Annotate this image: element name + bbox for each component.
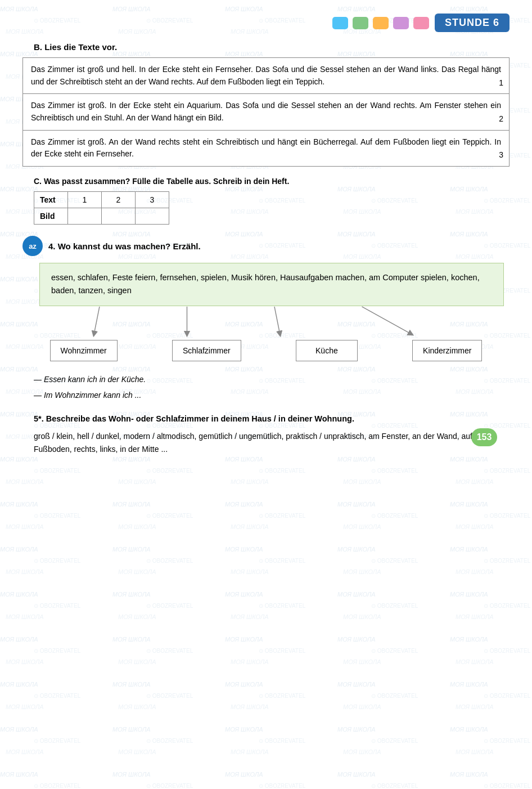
vocab-green-box: essen, schlafen, Feste feiern, fernsehen…	[39, 263, 504, 306]
section-5-vocab: groß / klein, hell / dunkel, modern / al…	[34, 430, 504, 457]
example-lines: — Essen kann ich in der Küche. — Im Wohn…	[34, 371, 510, 403]
example-line-2: — Im Wohnzimmer kann ich ...	[34, 387, 510, 403]
col-header-2: 2	[102, 192, 136, 208]
text-box-2-content: Das Zimmer ist groß. In der Ecke steht e…	[31, 101, 501, 122]
room-wohnzimmer-label: Wohnzimmer	[61, 346, 107, 355]
text-box-3-content: Das Zimmer ist groß. An der Wand rechts …	[31, 137, 501, 159]
text-box-1: Das Zimmer ist groß und hell. In der Eck…	[22, 57, 510, 94]
page-header: STUNDE 6	[22, 11, 510, 32]
az-icon: az	[22, 236, 43, 256]
section-c-title: C. Was passt zusammen? Fülle die Tabelle…	[34, 177, 510, 186]
cell-bild-2	[102, 208, 136, 225]
arrow-area	[39, 306, 510, 340]
cell-bild-1	[68, 208, 102, 225]
col-header-3: 3	[136, 192, 169, 208]
room-box-schlafzimmer: Schlafzimmer	[172, 340, 241, 361]
room-kuche-label: Küche	[315, 346, 338, 355]
text-number-3: 3	[499, 149, 503, 162]
room-box-wohnzimmer: Wohnzimmer	[50, 340, 118, 361]
header-dots	[332, 17, 429, 29]
room-kinderzimmer-label: Kinderzimmer	[423, 346, 471, 355]
page-number: 153	[471, 428, 497, 446]
arrows-svg	[39, 306, 510, 340]
dot-green	[353, 17, 368, 29]
table-row-bild: Bild	[34, 208, 169, 225]
text-number-1: 1	[499, 77, 503, 89]
room-schlafzimmer-label: Schlafzimmer	[183, 346, 231, 355]
section-4-header: az 4. Wo kannst du was machen? Erzähl.	[22, 236, 510, 256]
room-boxes: Wohnzimmer Schlafzimmer Küche Kinderzimm…	[22, 340, 510, 361]
section-b-title: B. Lies die Texte vor.	[34, 42, 510, 52]
cell-bild-3	[136, 208, 169, 225]
dot-blue	[332, 17, 348, 29]
room-box-kinderzimmer: Kinderzimmer	[412, 340, 482, 361]
text-number-2: 2	[499, 113, 503, 125]
text-box-1-content: Das Zimmer ist groß und hell. In der Eck…	[31, 65, 501, 86]
table-header-row: Text 1 2 3	[34, 192, 169, 208]
cell-bild-label: Bild	[34, 208, 68, 225]
room-box-kuche: Küche	[296, 340, 358, 361]
svg-line-4	[94, 306, 100, 334]
section-4-title: 4. Wo kannst du was machen? Erzähl.	[48, 241, 201, 251]
stunde-badge: STUNDE 6	[435, 14, 510, 32]
vocab-text: essen, schlafen, Feste feiern, fernsehen…	[51, 273, 480, 295]
dot-orange	[373, 17, 389, 29]
svg-line-6	[274, 306, 280, 334]
dot-purple	[393, 17, 409, 29]
section-5-title: 5*. Beschreibe das Wohn- oder Schlafzimm…	[34, 414, 510, 423]
text-box-2: Das Zimmer ist groß. In der Ecke steht e…	[22, 94, 510, 130]
svg-line-7	[362, 306, 411, 334]
table-c: Text 1 2 3 Bild	[34, 191, 169, 225]
col-header-text: Text	[34, 192, 68, 208]
col-header-1: 1	[68, 192, 102, 208]
example-line-1: — Essen kann ich in der Küche.	[34, 371, 510, 387]
text-box-3: Das Zimmer ist groß. An der Wand rechts …	[22, 131, 510, 167]
dot-pink	[413, 17, 429, 29]
